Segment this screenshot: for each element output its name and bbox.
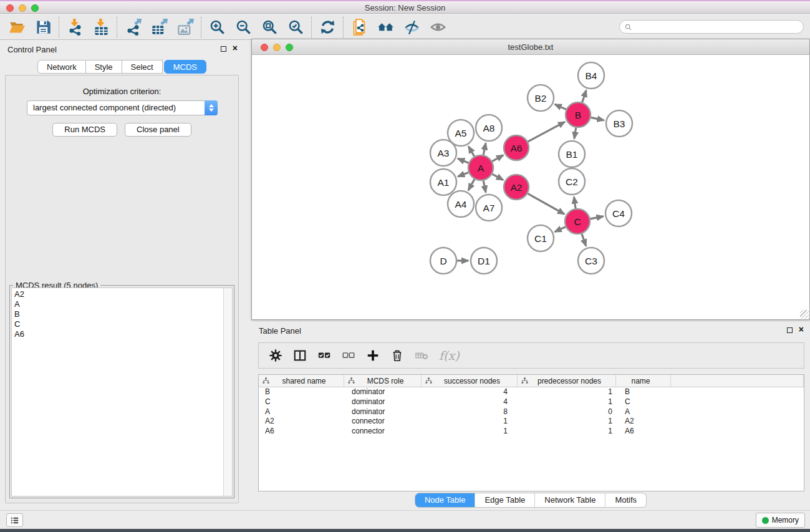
table-cell[interactable]: A6 bbox=[259, 427, 344, 437]
task-history-button[interactable] bbox=[6, 513, 23, 527]
table-cell[interactable]: 1 bbox=[422, 427, 518, 437]
graph-edge-A6-B[interactable] bbox=[528, 122, 565, 142]
table-row[interactable]: A2connector11A2 bbox=[259, 417, 804, 427]
table-cell[interactable]: 1 bbox=[518, 387, 616, 397]
graph-edge-A-A2[interactable] bbox=[492, 174, 503, 180]
table-cell[interactable]: 1 bbox=[518, 427, 616, 437]
table-cell[interactable]: C bbox=[259, 397, 344, 407]
column-header-name[interactable]: name bbox=[616, 375, 671, 387]
refresh-layout-button[interactable] bbox=[314, 17, 340, 38]
table-cell[interactable]: 1 bbox=[518, 417, 616, 427]
table-cell[interactable]: 8 bbox=[422, 407, 518, 417]
result-item[interactable]: B bbox=[14, 309, 232, 319]
memory-button[interactable]: Memory bbox=[756, 513, 805, 528]
close-panel-icon[interactable]: × bbox=[233, 43, 238, 53]
graph-edge-B-B1[interactable] bbox=[574, 128, 576, 139]
table-cell[interactable]: A6 bbox=[616, 427, 671, 437]
tab-select[interactable]: Select bbox=[122, 60, 163, 74]
float-panel-icon[interactable] bbox=[221, 46, 226, 52]
table-row[interactable]: Cdominator41C bbox=[259, 397, 804, 407]
result-item[interactable]: A2 bbox=[14, 289, 232, 299]
table-cell[interactable]: 1 bbox=[518, 397, 616, 407]
tab-network-table[interactable]: Network Table bbox=[534, 493, 605, 507]
table-row[interactable]: A6connector11A6 bbox=[259, 427, 804, 437]
zoom-out-button[interactable] bbox=[230, 17, 256, 38]
zoom-fit-button[interactable] bbox=[256, 17, 282, 38]
column-header-predecessor-nodes[interactable]: predecessor nodes bbox=[518, 375, 616, 387]
result-list-scrollbar[interactable] bbox=[223, 288, 232, 496]
table-cell[interactable]: dominator bbox=[344, 397, 422, 407]
home-view-button[interactable] bbox=[372, 17, 398, 38]
function-builder-button[interactable]: f(x) bbox=[439, 349, 460, 362]
resize-grip[interactable] bbox=[800, 310, 809, 319]
column-header-successor-nodes[interactable]: successor nodes bbox=[422, 375, 518, 387]
tab-motifs[interactable]: Motifs bbox=[605, 493, 646, 507]
open-file-button[interactable] bbox=[4, 17, 30, 38]
close-panel-button[interactable]: Close panel bbox=[125, 123, 191, 137]
table-cell[interactable]: A bbox=[259, 407, 344, 417]
network-canvas[interactable]: B4B2BB3A8A5A6A3B1AC2A1A2A4A7C4CC1C3DD1 bbox=[252, 55, 809, 319]
add-entry-button[interactable] bbox=[366, 349, 380, 362]
show-eye-button[interactable] bbox=[425, 17, 451, 38]
table-float-icon[interactable] bbox=[787, 327, 793, 333]
table-cell[interactable]: B bbox=[259, 387, 344, 397]
criterion-select[interactable]: largest connected component (directed) bbox=[27, 100, 218, 115]
graph-edge-A-A7[interactable] bbox=[483, 181, 486, 193]
export-table-button[interactable] bbox=[146, 17, 172, 38]
table-cell[interactable]: 4 bbox=[422, 387, 518, 397]
graph-edge-C-C3[interactable] bbox=[582, 234, 586, 246]
graph-edge-A-A1[interactable] bbox=[458, 173, 468, 177]
network-graph[interactable]: B4B2BB3A8A5A6A3B1AC2A1A2A4A7C4CC1C3DD1 bbox=[252, 55, 809, 319]
table-cell[interactable]: C bbox=[616, 397, 671, 407]
search-input[interactable] bbox=[635, 21, 803, 32]
table-cell[interactable]: A2 bbox=[616, 417, 671, 427]
tab-edge-table[interactable]: Edge Table bbox=[475, 493, 534, 507]
graph-edge-A-A4[interactable] bbox=[468, 179, 475, 190]
result-item[interactable]: C bbox=[14, 319, 232, 329]
table-cell[interactable]: 1 bbox=[422, 417, 518, 427]
column-header-MCDS-role[interactable]: MCDS role bbox=[344, 375, 422, 387]
table-cell[interactable]: A2 bbox=[259, 417, 344, 427]
graph-edge-C-C1[interactable] bbox=[555, 227, 566, 232]
hide-eye-button[interactable] bbox=[398, 17, 425, 38]
result-item[interactable]: A bbox=[14, 299, 232, 309]
graph-edge-C-C4[interactable] bbox=[591, 216, 604, 219]
table-cell[interactable]: B bbox=[616, 387, 671, 397]
table-cell[interactable]: connector bbox=[344, 427, 422, 437]
select-all-button[interactable] bbox=[317, 349, 331, 362]
graph-edge-A-A8[interactable] bbox=[483, 143, 486, 155]
graph-edge-A-A6[interactable] bbox=[492, 155, 503, 162]
table-cell[interactable]: 4 bbox=[422, 397, 518, 407]
graph-edge-A-A5[interactable] bbox=[468, 147, 474, 157]
import-network-button[interactable] bbox=[62, 17, 88, 38]
result-item[interactable]: A6 bbox=[14, 329, 232, 339]
mcds-result-list[interactable]: A2ABCA6 bbox=[11, 288, 233, 496]
table-cell[interactable]: dominator bbox=[344, 387, 422, 397]
zoom-selected-button[interactable] bbox=[282, 17, 309, 38]
graph-edge-A-A3[interactable] bbox=[458, 158, 468, 163]
table-cell[interactable]: A bbox=[616, 407, 671, 417]
search-box[interactable] bbox=[619, 20, 804, 34]
table-settings-button[interactable] bbox=[269, 349, 282, 362]
graph-edge-A2-C[interactable] bbox=[528, 193, 564, 214]
delete-column-button[interactable] bbox=[415, 349, 428, 362]
table-cell[interactable]: dominator bbox=[344, 407, 422, 417]
tab-network[interactable]: Network bbox=[37, 60, 86, 74]
split-panel-button[interactable] bbox=[293, 349, 307, 362]
table-row[interactable]: Adominator80A bbox=[259, 407, 804, 417]
graph-edge-B-B3[interactable] bbox=[591, 117, 604, 120]
table-close-icon[interactable]: × bbox=[799, 324, 804, 334]
import-table-button[interactable] bbox=[88, 17, 114, 38]
column-header-shared-name[interactable]: shared name bbox=[259, 375, 344, 387]
run-mcds-button[interactable]: Run MCDS bbox=[52, 123, 117, 137]
tab-style[interactable]: Style bbox=[86, 60, 122, 74]
network-from-file-button[interactable] bbox=[346, 17, 372, 38]
tab-node-table[interactable]: Node Table bbox=[415, 493, 475, 507]
table-row[interactable]: Bdominator41B bbox=[259, 387, 804, 397]
export-image-button[interactable] bbox=[172, 17, 198, 38]
table-cell[interactable]: connector bbox=[344, 417, 422, 427]
tab-mcds[interactable]: MCDS bbox=[164, 60, 206, 74]
zoom-in-button[interactable] bbox=[204, 17, 230, 38]
delete-entry-button[interactable] bbox=[390, 349, 404, 362]
graph-edge-B-B4[interactable] bbox=[582, 90, 586, 102]
